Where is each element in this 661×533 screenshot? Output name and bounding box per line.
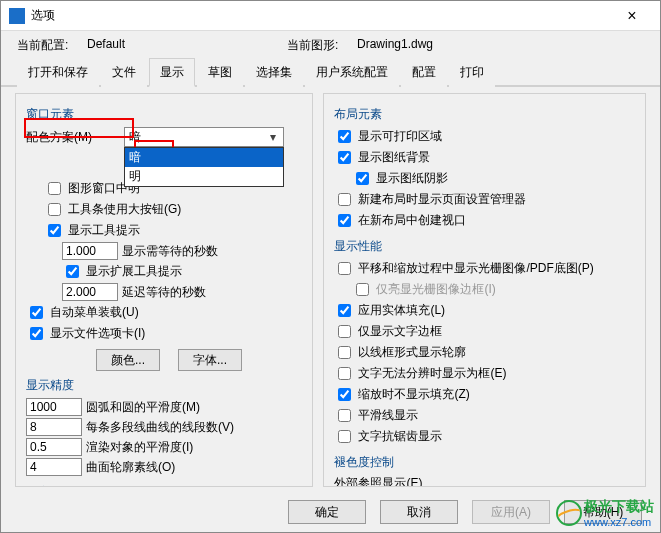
- lbl-wireframe: 以线框形式显示轮廓: [358, 344, 466, 361]
- chk-paper-shadow[interactable]: [356, 172, 369, 185]
- arc-smooth-label: 圆弧和圆的平滑度(M): [86, 399, 200, 416]
- close-icon[interactable]: ×: [612, 2, 652, 30]
- lbl-show-tooltips: 显示工具提示: [68, 222, 140, 239]
- tab-print[interactable]: 打印: [449, 58, 495, 87]
- lbl-auto-menu-load: 自动菜单装载(U): [50, 304, 139, 321]
- lbl-anti-alias-text: 文字抗锯齿显示: [358, 428, 442, 445]
- tooltip-delay-label: 显示需等待的秒数: [122, 243, 218, 260]
- color-scheme-value: 暗: [129, 129, 141, 146]
- xref-display-label: 外部参照显示(E): [334, 475, 637, 487]
- tab-open-save[interactable]: 打开和保存: [17, 58, 99, 87]
- polyseg-input[interactable]: 8: [26, 418, 82, 436]
- contour-label: 曲面轮廓素线(O): [86, 459, 175, 476]
- render-smooth-input[interactable]: 0.5: [26, 438, 82, 456]
- chk-auto-menu-load[interactable]: [30, 306, 43, 319]
- lbl-new-layout-page-setup: 新建布局时显示页面设置管理器: [358, 191, 526, 208]
- current-config-label: 当前配置:: [17, 37, 87, 54]
- chk-extended-tooltips[interactable]: [66, 265, 79, 278]
- lbl-extended-tooltips: 显示扩展工具提示: [86, 263, 182, 280]
- group-display-perf: 显示性能: [334, 238, 637, 255]
- arc-smooth-input[interactable]: 1000: [26, 398, 82, 416]
- extended-delay-input[interactable]: 2.000: [62, 283, 118, 301]
- contour-input[interactable]: 4: [26, 458, 82, 476]
- chk-graphic-scroll[interactable]: [48, 182, 61, 195]
- fonts-button[interactable]: 字体...: [178, 349, 242, 371]
- tab-selection[interactable]: 选择集: [245, 58, 303, 87]
- chk-wireframe[interactable]: [338, 346, 351, 359]
- lbl-create-viewport: 在新布局中创建视口: [358, 212, 466, 229]
- chk-text-frame[interactable]: [338, 325, 351, 338]
- chk-paper-bg[interactable]: [338, 151, 351, 164]
- lbl-file-tabs: 显示文件选项卡(I): [50, 325, 145, 342]
- chk-show-printable[interactable]: [338, 130, 351, 143]
- lbl-smooth-line: 平滑线显示: [358, 407, 418, 424]
- tab-files[interactable]: 文件: [101, 58, 147, 87]
- current-drawing-label: 当前图形:: [287, 37, 357, 54]
- tooltip-delay-input[interactable]: 1.000: [62, 242, 118, 260]
- colors-button[interactable]: 颜色...: [96, 349, 160, 371]
- help-button[interactable]: 帮助(H): [564, 500, 642, 524]
- ok-button[interactable]: 确定: [288, 500, 366, 524]
- chk-file-tabs[interactable]: [30, 327, 43, 340]
- window-title: 选项: [31, 7, 612, 24]
- extended-delay-label: 延迟等待的秒数: [122, 284, 206, 301]
- color-option-dark[interactable]: 暗: [125, 148, 283, 167]
- chk-zoom-no-fill[interactable]: [338, 388, 351, 401]
- tab-drafting[interactable]: 草图: [197, 58, 243, 87]
- chk-solid-fill[interactable]: [338, 304, 351, 317]
- group-fade-control: 褪色度控制: [334, 454, 637, 471]
- chk-create-viewport[interactable]: [338, 214, 351, 227]
- lbl-highlight-raster-frame: 仅亮显光栅图像边框(I): [376, 281, 495, 298]
- lbl-zoom-no-fill: 缩放时不显示填充(Z): [358, 386, 469, 403]
- lbl-paper-bg: 显示图纸背景: [358, 149, 430, 166]
- tab-config[interactable]: 配置: [401, 58, 447, 87]
- app-icon: [9, 8, 25, 24]
- lbl-solid-fill: 应用实体填充(L): [358, 302, 445, 319]
- chk-pan-zoom-raster[interactable]: [338, 262, 351, 275]
- chevron-down-icon: ▾: [265, 129, 281, 145]
- lbl-text-frame: 仅显示文字边框: [358, 323, 442, 340]
- chk-show-tooltips[interactable]: [48, 224, 61, 237]
- color-scheme-dropdown: 暗 明: [124, 147, 284, 187]
- color-scheme-label: 配色方案(M): [26, 129, 124, 146]
- lbl-text-unresolved: 文字无法分辨时显示为框(E): [358, 365, 506, 382]
- apply-button[interactable]: 应用(A): [472, 500, 550, 524]
- cancel-button[interactable]: 取消: [380, 500, 458, 524]
- lbl-pan-zoom-raster: 平移和缩放过程中显示光栅图像/PDF底图(P): [358, 260, 593, 277]
- chk-text-unresolved[interactable]: [338, 367, 351, 380]
- group-crosshair: 十字光标大小(R): [26, 484, 304, 487]
- tab-user-prefs[interactable]: 用户系统配置: [305, 58, 399, 87]
- chk-new-layout-page-setup[interactable]: [338, 193, 351, 206]
- group-display-precision: 显示精度: [26, 377, 304, 394]
- lbl-show-printable: 显示可打印区域: [358, 128, 442, 145]
- chk-anti-alias-text[interactable]: [338, 430, 351, 443]
- tab-display[interactable]: 显示: [149, 58, 195, 87]
- lbl-large-buttons: 工具条使用大按钮(G): [68, 201, 181, 218]
- render-smooth-label: 渲染对象的平滑度(I): [86, 439, 193, 456]
- current-drawing-value: Drawing1.dwg: [357, 37, 557, 54]
- lbl-paper-shadow: 显示图纸阴影: [376, 170, 448, 187]
- color-option-light[interactable]: 明: [125, 167, 283, 186]
- tab-row: 打开和保存 文件 显示 草图 选择集 用户系统配置 配置 打印: [1, 56, 660, 87]
- color-scheme-combo[interactable]: 暗 ▾ 暗 明: [124, 127, 284, 147]
- chk-highlight-raster-frame[interactable]: [356, 283, 369, 296]
- chk-large-buttons[interactable]: [48, 203, 61, 216]
- current-config-value: Default: [87, 37, 287, 54]
- polyseg-label: 每条多段线曲线的线段数(V): [86, 419, 234, 436]
- group-layout-elements: 布局元素: [334, 106, 637, 123]
- chk-smooth-line[interactable]: [338, 409, 351, 422]
- group-window-elements: 窗口元素: [26, 106, 304, 123]
